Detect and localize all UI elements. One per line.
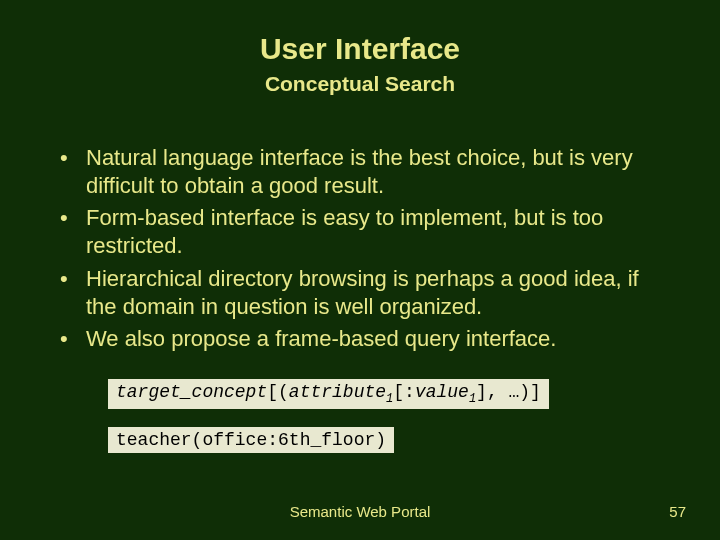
slide-subtitle: Conceptual Search xyxy=(0,72,720,96)
bullet-text: Natural language interface is the best c… xyxy=(86,144,666,200)
bullet-text: Hierarchical directory browsing is perha… xyxy=(86,265,666,321)
code-text: attribute xyxy=(289,382,386,402)
code-text: ], …)] xyxy=(476,382,541,402)
bullet-list: • Natural language interface is the best… xyxy=(60,144,666,353)
code-example-box: teacher(office:6th_floor) xyxy=(108,427,394,453)
list-item: • Form-based interface is easy to implem… xyxy=(60,204,666,260)
bullet-icon: • xyxy=(60,325,86,353)
code-text: [: xyxy=(393,382,415,402)
bullet-text: Form-based interface is easy to implemen… xyxy=(86,204,666,260)
subscript: 1 xyxy=(469,392,476,406)
bullet-text: We also propose a frame-based query inte… xyxy=(86,325,556,353)
code-syntax-box: target_concept[(attribute1[:value1], …)] xyxy=(108,379,549,409)
list-item: • Natural language interface is the best… xyxy=(60,144,666,200)
list-item: • Hierarchical directory browsing is per… xyxy=(60,265,666,321)
code-text: [( xyxy=(267,382,289,402)
bullet-icon: • xyxy=(60,144,86,200)
footer-text: Semantic Web Portal xyxy=(0,503,720,520)
bullet-icon: • xyxy=(60,265,86,321)
slide-title: User Interface xyxy=(0,0,720,66)
code-text: value xyxy=(415,382,469,402)
bullet-icon: • xyxy=(60,204,86,260)
code-text: target_concept xyxy=(116,382,267,402)
list-item: • We also propose a frame-based query in… xyxy=(60,325,666,353)
page-number: 57 xyxy=(669,503,686,520)
code-text: teacher(office:6th_floor) xyxy=(116,430,386,450)
